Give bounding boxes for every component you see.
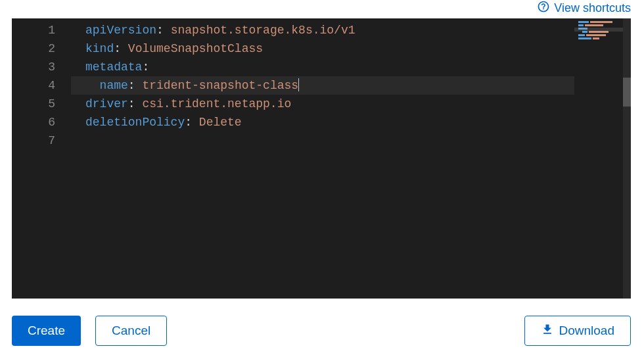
view-shortcuts-link[interactable]: View shortcuts — [537, 0, 631, 16]
create-label: Create — [28, 324, 65, 338]
line-number: 1 — [12, 21, 71, 39]
minimap[interactable] — [574, 18, 623, 299]
download-label: Download — [559, 324, 615, 338]
yaml-editor[interactable]: 1234567 apiVersion: snapshot.storage.k8s… — [12, 18, 631, 299]
download-button[interactable]: Download — [524, 316, 632, 346]
code-line[interactable]: kind: VolumeSnapshotClass — [71, 39, 574, 58]
line-number: 7 — [12, 132, 71, 150]
scrollbar-thumb[interactable] — [623, 78, 631, 107]
cancel-button[interactable]: Cancel — [95, 316, 167, 346]
code-line[interactable]: name: trident-snapshot-class — [71, 76, 574, 95]
line-number: 4 — [12, 76, 71, 95]
line-number: 2 — [12, 39, 71, 58]
code-line[interactable] — [71, 132, 574, 150]
action-bar: Create Cancel Download — [12, 316, 631, 346]
download-icon — [541, 323, 554, 339]
line-number: 6 — [12, 113, 71, 132]
line-number: 3 — [12, 58, 71, 76]
code-line[interactable]: metadata: — [71, 58, 574, 76]
view-shortcuts-label: View shortcuts — [554, 1, 631, 15]
code-area[interactable]: apiVersion: snapshot.storage.k8s.io/v1ki… — [71, 18, 574, 299]
cancel-label: Cancel — [112, 324, 150, 338]
code-line[interactable]: apiVersion: snapshot.storage.k8s.io/v1 — [71, 21, 574, 39]
line-number: 5 — [12, 95, 71, 113]
help-icon — [537, 0, 550, 16]
create-button[interactable]: Create — [12, 316, 81, 346]
vertical-scrollbar[interactable] — [623, 18, 631, 299]
line-gutter: 1234567 — [12, 18, 71, 299]
code-line[interactable]: driver: csi.trident.netapp.io — [71, 95, 574, 113]
code-line[interactable]: deletionPolicy: Delete — [71, 113, 574, 132]
